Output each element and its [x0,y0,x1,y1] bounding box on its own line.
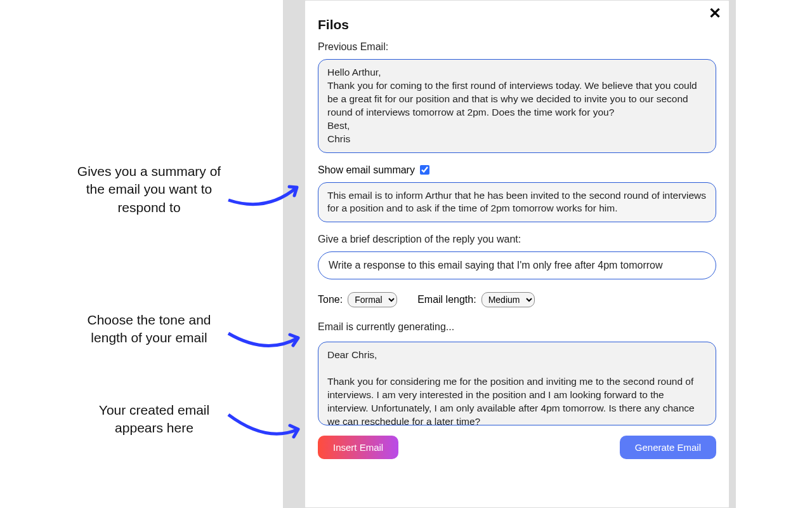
tone-label: Tone: [318,294,343,305]
controls-row: Tone: Formal Email length: Medium [318,292,716,307]
summary-row: Show email summary [318,164,716,176]
button-row: Insert Email Generate Email [318,436,716,459]
generating-status: Email is currently generating... [318,321,716,333]
annotation-summary: Gives you a summary of the email you wan… [70,163,228,217]
previous-email-box: Hello Arthur, Thank you for coming to th… [318,59,716,153]
description-input[interactable] [318,251,716,279]
show-summary-checkbox[interactable] [420,165,429,175]
length-label: Email length: [417,294,476,305]
modal-title: Filos [318,17,716,32]
annotation-output: Your created email appears here [75,401,233,438]
generate-email-button[interactable]: Generate Email [620,436,716,459]
description-label: Give a brief description of the reply yo… [318,234,716,245]
previous-email-label: Previous Email: [318,41,716,53]
obscured-background-text [291,0,306,508]
tone-select[interactable]: Formal [348,292,397,307]
generated-email-box: Dear Chris, Thank you for considering me… [318,342,716,425]
close-icon: ✕ [709,4,721,22]
close-button[interactable]: ✕ [709,6,721,21]
annotation-tone-length: Choose the tone and length of your email [70,311,228,347]
show-summary-label: Show email summary [318,164,415,176]
length-select[interactable]: Medium [481,292,535,307]
filos-modal: ✕ Filos Previous Email: Hello Arthur, Th… [304,0,730,508]
insert-email-button[interactable]: Insert Email [318,436,398,459]
summary-box: This email is to inform Arthur that he h… [318,182,716,223]
